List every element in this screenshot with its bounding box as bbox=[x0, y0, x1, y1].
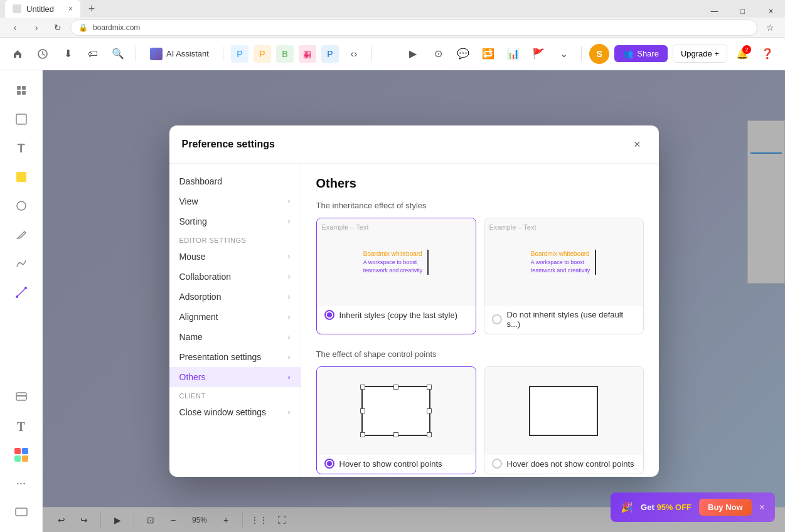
present-btn[interactable]: ⊙ bbox=[428, 44, 448, 64]
divider2 bbox=[223, 46, 223, 61]
svg-point-10 bbox=[24, 287, 27, 289]
back-btn[interactable]: ‹ bbox=[6, 19, 24, 36]
tab-bar: Untitled × + — □ × bbox=[0, 0, 785, 18]
cp-mr bbox=[427, 408, 432, 413]
hover-hide-label: Hover does not show control points bbox=[507, 459, 634, 469]
dialog-close-btn[interactable]: × bbox=[629, 136, 646, 153]
download-btn[interactable]: ⬇ bbox=[58, 44, 78, 64]
sidebar-home[interactable] bbox=[9, 78, 34, 103]
dialog-title: Preference settings bbox=[182, 139, 275, 150]
nav-item-mouse[interactable]: Mouse › bbox=[169, 247, 301, 267]
ai-assistant-btn[interactable]: AI Assistant bbox=[144, 45, 215, 63]
svg-point-9 bbox=[16, 295, 18, 298]
svg-rect-4 bbox=[22, 91, 26, 95]
name-chevron: › bbox=[288, 332, 291, 341]
sidebar-text2[interactable]: T bbox=[9, 414, 34, 439]
divider1 bbox=[136, 46, 136, 61]
sidebar-frame[interactable] bbox=[9, 107, 34, 132]
app-icon-5[interactable]: P bbox=[321, 45, 339, 63]
play-btn[interactable]: ▶ bbox=[403, 44, 423, 64]
nav-item-close-window[interactable]: Close window settings › bbox=[169, 402, 301, 422]
window-minimize-btn[interactable]: — bbox=[700, 0, 729, 23]
main-area: T T bbox=[0, 70, 785, 532]
sidebar-more-btn[interactable]: ··· bbox=[9, 471, 34, 496]
buy-now-button[interactable]: Buy Now bbox=[699, 499, 752, 516]
sidebar-freehand[interactable] bbox=[9, 251, 34, 276]
inherit-radio[interactable] bbox=[324, 310, 334, 320]
sidebar-text[interactable]: T bbox=[9, 136, 34, 161]
nav-item-sorting[interactable]: Sorting › bbox=[169, 211, 301, 231]
nav-item-others[interactable]: Others › bbox=[169, 367, 301, 387]
no-inherit-radio[interactable] bbox=[492, 314, 502, 324]
promo-close-btn[interactable]: × bbox=[759, 502, 765, 513]
no-inherit-label: Do not inherit styles (use default s...) bbox=[507, 310, 636, 329]
hover-show-radio[interactable] bbox=[324, 459, 334, 469]
more-apps-btn[interactable]: ‹› bbox=[344, 44, 364, 64]
sidebar-connector[interactable] bbox=[9, 280, 34, 305]
hover-hide-card[interactable]: Hover does not show control points bbox=[484, 366, 644, 474]
hover-show-card[interactable]: Hover to show control points bbox=[316, 366, 476, 474]
hover-hide-radio[interactable] bbox=[492, 459, 502, 469]
sidebar-color-grid[interactable] bbox=[14, 443, 28, 467]
promo-prefix: Get bbox=[641, 503, 654, 512]
upgrade-button[interactable]: Upgrade + bbox=[673, 45, 727, 63]
cp-ml bbox=[360, 408, 365, 413]
hover-hide-preview bbox=[484, 367, 643, 455]
browser-tab[interactable]: Untitled × bbox=[5, 0, 80, 18]
svg-rect-5 bbox=[16, 114, 26, 124]
new-tab-btn[interactable]: + bbox=[83, 0, 100, 18]
cp-tl bbox=[360, 385, 365, 390]
sidebar-sticky[interactable] bbox=[9, 164, 34, 189]
no-inherit-option-card[interactable]: Example – Text Boardmix whiteboard A wor… bbox=[484, 218, 644, 334]
canvas-area[interactable]: Preference settings × Dashboard View › bbox=[43, 70, 785, 532]
comment-btn[interactable]: 💬 bbox=[453, 44, 473, 64]
cp-br bbox=[427, 432, 432, 437]
sidebar-pen[interactable] bbox=[9, 222, 34, 247]
collab-btn[interactable]: 🔁 bbox=[478, 44, 498, 64]
nav-item-alignment[interactable]: Alignment › bbox=[169, 307, 301, 327]
expand-btn[interactable]: ⌄ bbox=[553, 44, 574, 64]
search-btn[interactable]: 🔍 bbox=[108, 44, 128, 64]
history-btn[interactable] bbox=[33, 44, 53, 64]
nav-item-adsorption[interactable]: Adsorption › bbox=[169, 287, 301, 307]
collab-chevron: › bbox=[288, 272, 291, 281]
sidebar-more-section: T ··· bbox=[9, 385, 34, 524]
no-inherit-label-bar: Do not inherit styles (use default s...) bbox=[484, 306, 643, 334]
inherit-text-cursor bbox=[427, 250, 429, 275]
sidebar-present[interactable] bbox=[9, 499, 34, 524]
sidebar-shapes[interactable] bbox=[9, 193, 34, 218]
dialog-body: Dashboard View › Sorting › Editor settin… bbox=[169, 164, 659, 477]
nav-item-name[interactable]: Name › bbox=[169, 327, 301, 347]
view-chevron: › bbox=[288, 197, 291, 206]
nav-item-presentation[interactable]: Presentation settings › bbox=[169, 347, 301, 367]
app-icon-2[interactable]: P bbox=[254, 45, 271, 63]
home-btn[interactable] bbox=[8, 44, 28, 64]
forward-btn[interactable]: › bbox=[28, 19, 45, 36]
cp-bl bbox=[360, 432, 365, 437]
window-maximize-btn[interactable]: □ bbox=[729, 0, 757, 23]
inherit-option-card[interactable]: Example – Text Boardmix whiteboard A wor… bbox=[316, 218, 476, 334]
flag-btn[interactable]: 🚩 bbox=[528, 44, 548, 64]
user-avatar[interactable]: S bbox=[589, 44, 609, 64]
app-icon-4[interactable]: ▦ bbox=[299, 45, 316, 63]
sorting-chevron: › bbox=[288, 217, 291, 226]
nav-item-dashboard[interactable]: Dashboard bbox=[169, 171, 301, 191]
dialog-content: Others The inheritance effect of styles … bbox=[301, 164, 659, 477]
nav-item-view[interactable]: View › bbox=[169, 191, 301, 211]
nav-item-collaboration[interactable]: Collaboration › bbox=[169, 267, 301, 287]
tab-close-btn[interactable]: × bbox=[68, 4, 73, 13]
modal-overlay: Preference settings × Dashboard View › bbox=[43, 70, 785, 532]
share-button[interactable]: 👥 Share bbox=[614, 45, 668, 62]
chart-btn[interactable]: 📊 bbox=[503, 44, 523, 64]
hover-show-preview bbox=[317, 367, 476, 455]
reload-btn[interactable]: ↻ bbox=[49, 19, 67, 36]
window-close-btn[interactable]: × bbox=[757, 0, 785, 23]
sidebar-table[interactable] bbox=[9, 385, 34, 410]
promo-banner: 🎉 Get 95% OFF Buy Now × bbox=[611, 492, 775, 522]
app-toolbar: ⬇ 🏷 🔍 AI Assistant P P B ▦ P ‹› ▶ ⊙ 💬 🔁 … bbox=[0, 38, 785, 70]
notification-btn[interactable]: 🔔 2 bbox=[732, 44, 752, 64]
app-icon-3[interactable]: B bbox=[276, 45, 294, 63]
help-btn[interactable]: ❓ bbox=[757, 44, 777, 64]
tag-btn[interactable]: 🏷 bbox=[83, 44, 103, 64]
app-icon-1[interactable]: P bbox=[231, 45, 248, 63]
